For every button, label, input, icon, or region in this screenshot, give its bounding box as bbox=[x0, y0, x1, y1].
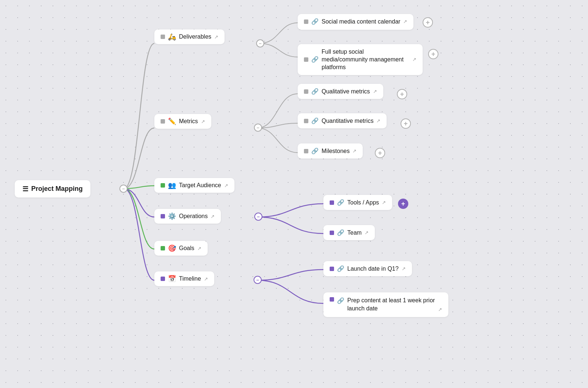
quantitative-add-btn[interactable]: + bbox=[401, 118, 411, 129]
full-setup-node[interactable]: 🔗 Full setup social media/community mana… bbox=[298, 44, 423, 75]
metrics-collapse-btn[interactable]: − bbox=[254, 124, 262, 132]
quantitative-link-icon: 🔗 bbox=[311, 117, 319, 124]
team-color bbox=[330, 231, 334, 235]
qualitative-label: Qualitative metrics bbox=[322, 88, 370, 95]
qualitative-node[interactable]: 🔗 Qualitative metrics ↗ bbox=[298, 84, 383, 99]
deliverables-icon: 🛵 bbox=[168, 33, 176, 40]
quantitative-expand[interactable]: ↗ bbox=[376, 118, 380, 124]
deliverables-label: Deliverables bbox=[179, 33, 211, 40]
prep-link-icon: 🔗 bbox=[337, 297, 344, 305]
timeline-color bbox=[161, 277, 165, 281]
tools-label: Tools / Apps bbox=[347, 199, 379, 206]
milestones-link-icon: 🔗 bbox=[311, 147, 319, 154]
timeline-node[interactable]: 📅 Timeline ↗ bbox=[154, 271, 214, 286]
prep-label: Prep content at least 1 week prior launc… bbox=[347, 296, 435, 313]
metrics-color bbox=[161, 119, 165, 124]
operations-collapse-btn[interactable]: − bbox=[254, 213, 262, 221]
quantitative-color bbox=[304, 119, 308, 123]
launch-expand[interactable]: ↗ bbox=[402, 266, 406, 271]
target-audience-expand[interactable]: ↗ bbox=[224, 183, 228, 188]
tools-expand[interactable]: ↗ bbox=[382, 200, 386, 205]
goals-expand[interactable]: ↗ bbox=[197, 246, 201, 251]
deliverables-collapse-btn[interactable]: − bbox=[256, 39, 264, 47]
milestones-add-btn[interactable]: + bbox=[375, 148, 385, 158]
tools-node[interactable]: 🔗 Tools / Apps ↗ bbox=[323, 195, 392, 210]
target-audience-color bbox=[161, 183, 165, 188]
team-label: Team bbox=[347, 229, 362, 236]
deliverables-color bbox=[161, 35, 165, 39]
goals-label: Goals bbox=[179, 245, 194, 252]
social-media-label: Social media content calendar bbox=[322, 18, 400, 26]
metrics-expand[interactable]: ↗ bbox=[201, 119, 205, 124]
timeline-expand[interactable]: ↗ bbox=[204, 276, 208, 282]
target-audience-icon: 👥 bbox=[168, 182, 176, 189]
social-media-expand[interactable]: ↗ bbox=[403, 19, 407, 25]
social-media-node[interactable]: 🔗 Social media content calendar ↗ bbox=[298, 14, 413, 30]
qualitative-color bbox=[304, 89, 308, 94]
full-setup-add-btn[interactable]: + bbox=[428, 49, 438, 59]
prep-color bbox=[330, 297, 334, 302]
deliverables-expand[interactable]: ↗ bbox=[214, 34, 218, 40]
full-setup-expand[interactable]: ↗ bbox=[412, 57, 416, 63]
full-setup-label: Full setup social media/community manage… bbox=[322, 48, 409, 71]
milestones-color bbox=[304, 149, 308, 153]
team-node[interactable]: 🔗 Team ↗ bbox=[323, 225, 375, 240]
milestones-label: Milestones bbox=[322, 148, 349, 154]
target-audience-label: Target Audience bbox=[179, 182, 221, 189]
operations-node[interactable]: ⚙️ Operations ↗ bbox=[154, 209, 221, 224]
social-media-add-btn[interactable]: + bbox=[423, 17, 433, 28]
qualitative-add-btn[interactable]: + bbox=[397, 89, 407, 99]
quantitative-label: Quantitative metrics bbox=[322, 118, 373, 124]
launch-color bbox=[330, 267, 334, 271]
social-media-color bbox=[304, 19, 308, 24]
list-icon: ☰ bbox=[22, 186, 28, 192]
metrics-node[interactable]: ✏️ Metrics ↗ bbox=[154, 114, 211, 129]
launch-node[interactable]: 🔗 Launch date in Q1? ↗ bbox=[323, 261, 412, 276]
goals-color bbox=[161, 246, 165, 250]
qualitative-expand[interactable]: ↗ bbox=[373, 89, 377, 94]
root-label: Project Mapping bbox=[31, 185, 83, 193]
full-setup-link-icon: 🔗 bbox=[311, 56, 319, 64]
deliverables-node[interactable]: 🛵 Deliverables ↗ bbox=[154, 29, 225, 44]
operations-label: Operations bbox=[179, 213, 208, 220]
prep-node[interactable]: 🔗 Prep content at least 1 week prior lau… bbox=[323, 292, 448, 317]
team-expand[interactable]: ↗ bbox=[365, 230, 369, 235]
goals-node[interactable]: 🎯 Goals ↗ bbox=[154, 241, 208, 256]
timeline-label: Timeline bbox=[179, 275, 201, 282]
metrics-icon: ✏️ bbox=[168, 118, 176, 125]
operations-color bbox=[161, 214, 165, 218]
root-collapse-btn[interactable]: − bbox=[119, 185, 128, 193]
prep-expand[interactable]: ↗ bbox=[438, 306, 442, 313]
tools-color bbox=[330, 200, 334, 205]
tools-add-btn[interactable]: + bbox=[398, 199, 408, 209]
operations-expand[interactable]: ↗ bbox=[211, 214, 215, 219]
milestones-expand[interactable]: ↗ bbox=[352, 148, 356, 154]
social-media-link-icon: 🔗 bbox=[311, 18, 319, 26]
timeline-collapse-btn[interactable]: − bbox=[254, 276, 262, 284]
launch-label: Launch date in Q1? bbox=[347, 266, 399, 272]
root-node[interactable]: ☰ Project Mapping bbox=[15, 180, 90, 197]
full-setup-color bbox=[304, 57, 308, 62]
operations-icon: ⚙️ bbox=[168, 213, 176, 220]
target-audience-node[interactable]: 👥 Target Audience ↗ bbox=[154, 178, 234, 193]
milestones-node[interactable]: 🔗 Milestones ↗ bbox=[298, 143, 363, 159]
goals-icon: 🎯 bbox=[168, 245, 176, 252]
tools-link-icon: 🔗 bbox=[337, 199, 344, 206]
team-link-icon: 🔗 bbox=[337, 229, 344, 236]
launch-link-icon: 🔗 bbox=[337, 265, 344, 272]
timeline-icon: 📅 bbox=[168, 275, 176, 282]
qualitative-link-icon: 🔗 bbox=[311, 88, 319, 95]
quantitative-node[interactable]: 🔗 Quantitative metrics ↗ bbox=[298, 113, 387, 128]
metrics-label: Metrics bbox=[179, 118, 198, 125]
mind-map: ☰ Project Mapping − 🛵 Deliverables ↗ − ✏… bbox=[0, 0, 588, 388]
